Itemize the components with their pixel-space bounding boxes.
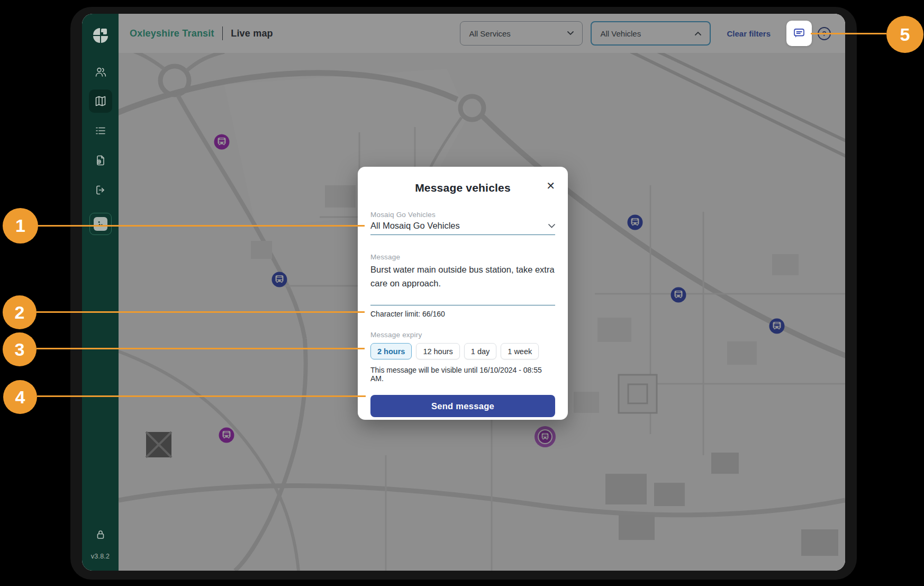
vehicles-select[interactable]: All Mosaiq Go Vehicles [370, 221, 555, 235]
callout-line-3 [37, 348, 365, 349]
app-content: v3.8.2 [82, 14, 845, 571]
expiry-option-12-hours[interactable]: 12 hours [416, 343, 459, 359]
message-textarea[interactable]: Burst water main outside bus station, ta… [370, 263, 555, 305]
expiry-label: Message expiry [370, 331, 555, 339]
message-field: Message Burst water main outside bus sta… [370, 253, 555, 318]
expiry-option-1-week[interactable]: 1 week [501, 343, 539, 359]
message-vehicles-button[interactable] [786, 21, 812, 46]
app-window-frame: v3.8.2 [70, 7, 857, 580]
sidebar-item-lock[interactable] [94, 528, 107, 541]
chevron-down-icon [548, 224, 555, 228]
send-message-button[interactable]: Send message [370, 395, 555, 417]
expiry-option-2-hours[interactable]: 2 hours [370, 343, 412, 359]
callout-line-4 [37, 395, 366, 397]
vehicles-select-label: Mosaiq Go Vehicles [370, 211, 555, 219]
message-vehicles-modal: Message vehicles ✕ Mosaiq Go Vehicles Al… [358, 167, 568, 420]
sidebar-item-add-file[interactable] [94, 154, 107, 167]
callout-badge-4: 4 [3, 380, 37, 414]
app-version: v3.8.2 [91, 553, 110, 560]
callout-badge-5: 5 [886, 16, 923, 53]
callout-line-2 [37, 311, 365, 313]
close-icon[interactable]: ✕ [546, 181, 555, 191]
expiry-options: 2 hours 12 hours 1 day 1 week [370, 343, 555, 359]
expiry-option-1-day[interactable]: 1 day [464, 343, 496, 359]
callout-badge-2: 2 [3, 295, 37, 329]
callout-badge-3: 3 [3, 332, 37, 366]
vehicles-select-field: Mosaiq Go Vehicles All Mosaiq Go Vehicle… [370, 211, 555, 235]
sidebar-item-map[interactable] [89, 89, 112, 113]
modal-title: Message vehicles [415, 182, 511, 194]
callout-line-1 [38, 225, 365, 227]
main-area: Oxleyshire Transit Live map All Services… [119, 14, 845, 571]
char-limit-counter: Character limit: 66/160 [370, 310, 555, 318]
expiry-note: This message will be visible until 16/10… [370, 366, 555, 383]
map-icon [94, 95, 107, 107]
message-label: Message [370, 253, 555, 261]
callout-line-5 [811, 33, 886, 34]
sidebar-item-users[interactable] [94, 66, 107, 78]
sidebar-item-list[interactable] [94, 124, 107, 137]
image-icon [94, 217, 107, 231]
message-icon [792, 26, 806, 40]
app-logo-icon [93, 28, 108, 43]
sidebar-item-logout[interactable] [94, 184, 107, 196]
callout-badge-1: 1 [3, 208, 38, 244]
sidebar-item-media[interactable] [89, 213, 112, 235]
sidebar: v3.8.2 [82, 14, 119, 571]
vehicles-select-value: All Mosaiq Go Vehicles [370, 221, 460, 231]
screenshot-root: { "app": { "brand": "Oxleyshire Transit"… [0, 0, 924, 586]
